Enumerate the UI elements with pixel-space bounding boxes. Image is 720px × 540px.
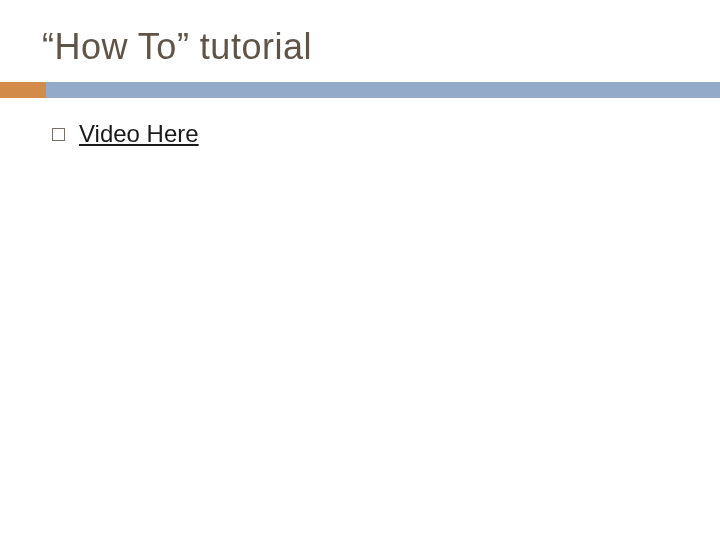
list-item: Video Here: [52, 120, 199, 148]
square-bullet-icon: [52, 128, 65, 141]
video-link[interactable]: Video Here: [79, 120, 199, 148]
slide-body: Video Here: [52, 120, 199, 148]
divider: [0, 82, 720, 98]
divider-accent: [0, 82, 46, 98]
slide-title: “How To” tutorial: [42, 26, 312, 68]
slide: “How To” tutorial Video Here: [0, 0, 720, 540]
divider-main: [46, 82, 720, 98]
